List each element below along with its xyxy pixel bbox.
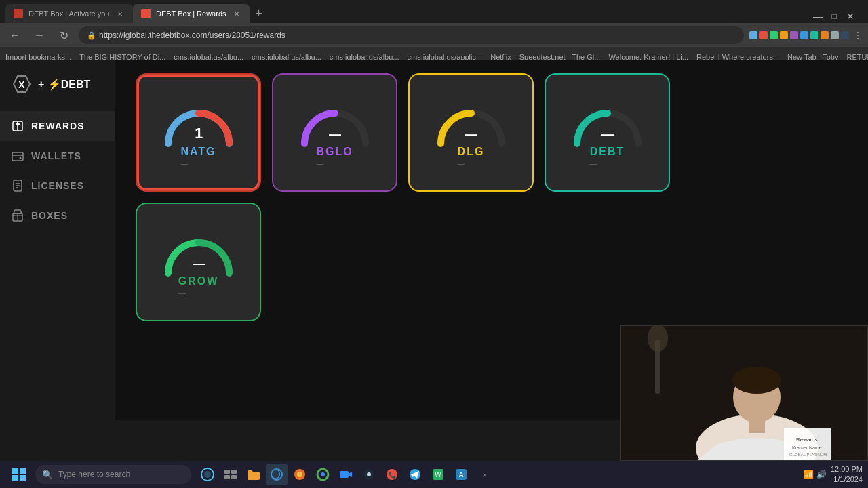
svg-rect-35 [231, 470, 237, 474]
svg-text:Kramer Name: Kramer Name [792, 445, 822, 450]
tab-bar: DEBT Box | Activate your Licen... ✕ DEBT… [0, 0, 868, 23]
dot-purple [790, 31, 798, 39]
dot-red [760, 31, 768, 39]
tab-label-2: DEBT Box | Rewards [156, 9, 226, 18]
steam-icon [361, 467, 376, 482]
sidebar-item-boxes[interactable]: BOXES [0, 201, 115, 230]
taskbar-app-icons: 📞 W A › [197, 464, 495, 485]
svg-rect-23 [749, 420, 765, 433]
arrow-right-icon: › [483, 469, 486, 480]
browser-menu[interactable]: ⋮ [853, 30, 863, 41]
taskbar-icon-firefox[interactable] [289, 464, 311, 485]
firefox-icon [292, 467, 307, 482]
taskview-icon [223, 467, 238, 482]
extension-dots [749, 31, 849, 39]
taskbar-icon-zoom[interactable] [335, 464, 357, 485]
app-logo: X + ⚡DEBT [0, 73, 115, 111]
browser-actions: ⋮ [749, 30, 863, 41]
bglo-gauge: — [291, 98, 379, 148]
nav-bar: ← → ↻ 🔒 https://iglobal.thedebtbox.com/u… [0, 23, 868, 47]
browser-chrome: DEBT Box | Activate your Licen... ✕ DEBT… [0, 0, 868, 60]
chrome-icon [315, 467, 330, 482]
url-text: https://iglobal.thedebtbox.com/users/280… [99, 30, 285, 40]
tab-inactive[interactable]: DEBT Box | Activate your Licen... ✕ [5, 4, 133, 23]
sidebar-item-rewards[interactable]: REWARDS [0, 111, 115, 141]
dot-orange2 [821, 31, 829, 39]
taskbar-icon-app3[interactable]: A [450, 464, 472, 485]
window-minimize[interactable]: — [811, 9, 825, 23]
svg-rect-28 [12, 468, 18, 474]
address-bar[interactable]: 🔒 https://iglobal.thedebtbox.com/users/2… [79, 26, 744, 44]
token-card-natg[interactable]: 1 NATG — [136, 73, 261, 192]
taskbar-icon-chrome[interactable] [312, 464, 334, 485]
natg-name: NATG [180, 146, 216, 158]
taskbar-icon-explorer[interactable] [243, 464, 264, 485]
edge-icon [269, 467, 284, 482]
svg-rect-36 [224, 475, 230, 479]
token-card-dlg[interactable]: — DLG — [408, 73, 534, 192]
phone-icon: 📞 [384, 467, 399, 482]
svg-rect-29 [20, 468, 26, 474]
taskbar-icon-browser[interactable] [266, 464, 288, 485]
svg-rect-5 [12, 152, 23, 161]
tab-close-2[interactable]: ✕ [232, 9, 241, 18]
taskbar-icon-app2[interactable]: W [427, 464, 449, 485]
token-card-grow[interactable]: — GROW — [136, 203, 261, 321]
natg-gauge: 1 [155, 98, 243, 148]
tab-close-1[interactable]: ✕ [115, 9, 125, 18]
back-button[interactable]: ← [5, 26, 24, 45]
dlg-token-info: DLG — [458, 143, 485, 167]
taskbar-icon-telegram[interactable] [404, 464, 426, 485]
dot-orange [780, 31, 788, 39]
svg-text:—: — [465, 127, 477, 141]
svg-text:—: — [329, 127, 341, 141]
tab-favicon-1 [14, 9, 23, 18]
taskbar-icon-cortana[interactable] [197, 464, 218, 485]
token-card-debt[interactable]: — DEBT — [545, 73, 670, 192]
natg-sub: — [180, 159, 216, 167]
taskbar-icon-taskview[interactable] [220, 464, 241, 485]
svg-rect-43 [340, 471, 349, 478]
natg-token-info: NATG — [180, 143, 216, 167]
logo-icon: X [11, 73, 33, 95]
dlg-gauge: — [427, 98, 515, 148]
svg-rect-37 [231, 475, 237, 479]
svg-point-42 [321, 472, 325, 476]
tray-icons: 📶 🔊 [804, 470, 827, 479]
taskbar-search[interactable]: 🔍 Type here to search [35, 465, 191, 484]
green-app-icon: W [431, 467, 446, 482]
rewards-label: REWARDS [31, 121, 85, 131]
start-button[interactable] [5, 464, 33, 485]
taskbar-icon-app1[interactable]: 📞 [381, 464, 403, 485]
sidebar-item-wallets[interactable]: WALLETS [0, 141, 115, 171]
dot-blue2 [800, 31, 808, 39]
search-circle-icon [200, 467, 215, 482]
tab-active[interactable]: DEBT Box | Rewards ✕ [133, 4, 250, 23]
refresh-button[interactable]: ↻ [54, 26, 73, 45]
licenses-label: LICENSES [31, 180, 84, 191]
taskbar-search-icon: 🔍 [42, 470, 53, 480]
video-icon [338, 467, 353, 482]
window-close[interactable]: ✕ [844, 9, 857, 23]
clock-time: 12:00 PM [831, 464, 863, 474]
svg-text:X: X [18, 79, 25, 90]
dot-darkgray [841, 31, 849, 39]
wallets-label: WALLETS [31, 150, 81, 161]
wallets-icon [11, 149, 24, 163]
debt-name: DEBT [590, 146, 625, 158]
svg-rect-4 [16, 123, 20, 125]
tab-label-1: DEBT Box | Activate your Licen... [28, 9, 110, 18]
taskbar-icon-steam[interactable] [358, 464, 380, 485]
window-maximize[interactable]: □ [827, 9, 841, 23]
sidebar-item-licenses[interactable]: LICENSES [0, 171, 115, 201]
dot-gray [831, 31, 839, 39]
taskbar: 🔍 Type here to search [0, 461, 868, 488]
forward-button[interactable]: → [30, 26, 49, 45]
licenses-icon [11, 179, 24, 192]
taskbar-icon-arrow[interactable]: › [473, 464, 495, 485]
svg-point-6 [20, 157, 22, 159]
tab-add-button[interactable]: + [250, 4, 269, 23]
svg-text:GLOBAL PLATINUM: GLOBAL PLATINUM [789, 453, 827, 457]
token-card-bglo[interactable]: — BGLO — [272, 73, 397, 192]
grow-gauge: — [155, 227, 243, 278]
